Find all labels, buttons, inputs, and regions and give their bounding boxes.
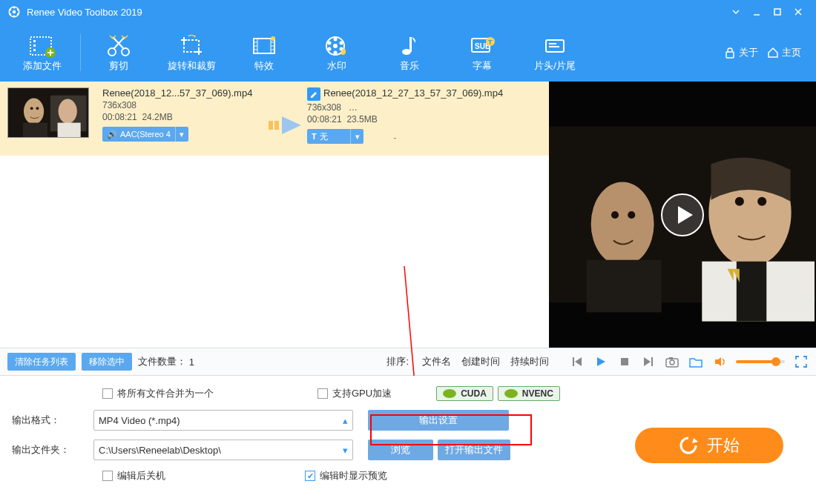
- app-logo-icon: [7, 5, 21, 19]
- chevron-down-icon: ▾: [175, 127, 188, 142]
- speaker-icon: 🔊: [107, 130, 117, 139]
- svg-marker-67: [282, 116, 301, 134]
- svg-point-6: [9, 13, 11, 16]
- intro-outro-button[interactable]: 片头/片尾: [519, 24, 591, 82]
- add-file-icon: [29, 33, 56, 59]
- music-button[interactable]: 音乐: [373, 24, 446, 82]
- watermark-label: 水印: [327, 59, 346, 73]
- edit-icon[interactable]: [307, 87, 320, 101]
- scissors-icon: [105, 33, 132, 59]
- home-label: 主页: [782, 46, 801, 59]
- chevron-down-icon: ▾: [343, 445, 348, 456]
- video-preview[interactable]: [549, 82, 816, 348]
- intro-outro-icon: [542, 33, 568, 59]
- task-row[interactable]: Renee(2018_12...57_37_069).mp4 736x308 0…: [0, 82, 549, 156]
- svg-rect-56: [726, 52, 734, 58]
- svg-point-46: [328, 42, 332, 45]
- svg-point-59: [30, 107, 33, 110]
- svg-rect-14: [33, 44, 36, 47]
- add-file-button[interactable]: 添加文件: [6, 24, 79, 82]
- audio-track-dropdown[interactable]: 🔊AAC(Stereo 4 ▾: [102, 127, 188, 142]
- svg-point-58: [24, 99, 44, 125]
- output-folder-value: C:\Users\Reneelab\Desktop\: [99, 445, 221, 456]
- shutdown-label: 编辑后关机: [117, 469, 165, 483]
- svg-text:T: T: [488, 39, 493, 46]
- rotate-crop-button[interactable]: 旋转和裁剪: [155, 24, 228, 82]
- minimize-icon[interactable]: [746, 0, 767, 24]
- about-label: 关于: [739, 46, 758, 59]
- shutdown-checkbox[interactable]: [102, 471, 113, 481]
- svg-point-60: [36, 107, 39, 110]
- svg-marker-93: [715, 357, 721, 366]
- cut-label: 剪切: [109, 59, 128, 73]
- music-label: 音乐: [400, 59, 419, 73]
- prev-icon[interactable]: [570, 354, 585, 369]
- sort-by-name[interactable]: 文件名: [422, 355, 451, 368]
- close-icon[interactable]: [788, 0, 809, 24]
- main-toolbar: 添加文件 剪切 旋转和裁剪 特效 水印 音乐 SUBT 字幕 片头/片尾 关于 …: [0, 24, 816, 82]
- svg-point-63: [59, 99, 77, 124]
- svg-point-44: [334, 51, 338, 55]
- cut-button[interactable]: 剪切: [82, 24, 155, 82]
- volume-icon[interactable]: [712, 354, 727, 369]
- output-folder-dropdown[interactable]: C:\Users\Reneelab\Desktop\ ▾: [93, 440, 353, 460]
- home-link[interactable]: 主页: [767, 46, 801, 59]
- effects-button[interactable]: 特效: [228, 24, 300, 82]
- svg-rect-55: [549, 46, 559, 47]
- output-format-dropdown[interactable]: MP4 Video (*.mp4) ▴: [93, 410, 353, 431]
- open-folder-icon[interactable]: [688, 354, 703, 369]
- svg-point-73: [611, 211, 619, 219]
- sort-by-duration[interactable]: 持续时间: [510, 355, 549, 368]
- add-file-label: 添加文件: [23, 59, 62, 73]
- svg-point-45: [328, 47, 332, 51]
- svg-rect-87: [621, 358, 628, 365]
- stop-icon[interactable]: [617, 354, 632, 369]
- dropdown-icon[interactable]: [725, 0, 746, 24]
- svg-marker-88: [644, 357, 651, 366]
- remove-selected-button[interactable]: 移除选中: [82, 353, 132, 371]
- clear-tasks-button[interactable]: 清除任务列表: [7, 353, 76, 371]
- rotate-crop-label: 旋转和裁剪: [168, 59, 216, 73]
- browse-button[interactable]: 浏览: [368, 440, 433, 460]
- output-settings-button[interactable]: 输出设置: [368, 410, 509, 431]
- volume-slider[interactable]: [736, 360, 785, 363]
- output-format-value: MP4 Video (*.mp4): [99, 415, 180, 426]
- play-overlay-icon[interactable]: [660, 193, 705, 237]
- gpu-checkbox[interactable]: [317, 388, 328, 399]
- file-count-value: 1: [189, 357, 194, 368]
- svg-point-78: [757, 197, 766, 206]
- sort-label: 排序:: [386, 355, 409, 368]
- gpu-label: 支持GPU加速: [332, 387, 392, 400]
- maximize-icon[interactable]: [767, 0, 788, 24]
- dest-resolution: 736x308 …: [307, 102, 542, 113]
- nvidia-icon: [504, 389, 518, 398]
- play-icon[interactable]: [593, 354, 608, 369]
- svg-point-20: [122, 48, 129, 56]
- watermark-button[interactable]: 水印: [300, 24, 373, 82]
- nvidia-icon: [443, 389, 456, 398]
- home-icon: [767, 47, 779, 59]
- svg-rect-48: [409, 37, 412, 52]
- subtitle-button[interactable]: SUBT 字幕: [446, 24, 519, 82]
- merge-checkbox[interactable]: [102, 388, 113, 399]
- svg-point-41: [334, 38, 338, 42]
- effects-label: 特效: [254, 59, 274, 73]
- subtitle-track-dropdown[interactable]: T无 ▾: [307, 129, 363, 144]
- subtitle-t-icon: T: [312, 132, 317, 141]
- film-icon: [251, 33, 277, 59]
- refresh-icon: [679, 436, 698, 455]
- preview-checkbox[interactable]: ✔: [305, 471, 315, 481]
- sort-by-created[interactable]: 创建时间: [461, 355, 500, 368]
- start-button[interactable]: 开始: [635, 428, 783, 463]
- next-icon[interactable]: [641, 354, 656, 369]
- nvenc-badge: NVENC: [498, 386, 560, 401]
- svg-point-77: [735, 197, 744, 206]
- about-link[interactable]: 关于: [724, 46, 758, 59]
- svg-rect-9: [774, 9, 780, 15]
- snapshot-icon[interactable]: [665, 354, 680, 369]
- svg-point-72: [591, 182, 654, 266]
- app-title: Renee Video Toolbox 2019: [27, 7, 142, 18]
- open-output-button[interactable]: 打开输出文件: [438, 440, 510, 460]
- source-filename: Renee(2018_12...57_37_069).mp4: [102, 87, 266, 99]
- fullscreen-icon[interactable]: [794, 354, 809, 369]
